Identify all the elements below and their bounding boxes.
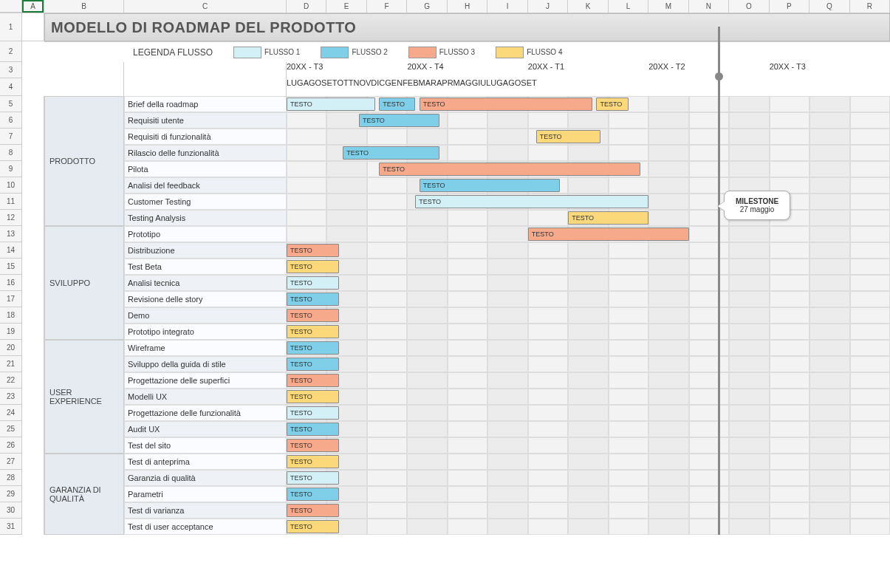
gantt-cell[interactable] — [729, 291, 769, 307]
gantt-cell[interactable] — [850, 242, 890, 259]
gantt-cell[interactable] — [448, 129, 487, 145]
col-R[interactable]: R — [850, 0, 890, 13]
gantt-cell[interactable] — [407, 454, 447, 470]
gantt-cell[interactable] — [407, 486, 447, 502]
gantt-cell[interactable] — [609, 437, 648, 454]
row-header-21[interactable]: 21 — [0, 356, 22, 372]
gantt-cell[interactable] — [448, 389, 487, 405]
gantt-cell[interactable] — [568, 242, 608, 259]
task-label-cell[interactable]: Garanzia di qualità — [124, 470, 287, 486]
gantt-cell[interactable] — [770, 340, 809, 356]
gantt-bar[interactable]: TESTO — [287, 455, 339, 468]
gantt-cell[interactable] — [448, 291, 487, 307]
gantt-bar[interactable]: TESTO — [420, 98, 592, 111]
row-header-28[interactable]: 28 — [0, 470, 22, 486]
gantt-cell[interactable] — [729, 259, 769, 275]
gantt-cell[interactable] — [648, 210, 688, 226]
gantt-cell[interactable] — [729, 161, 769, 177]
gantt-cell[interactable] — [487, 324, 527, 340]
gantt-cell[interactable] — [448, 437, 487, 454]
task-label-cell[interactable]: Test di anteprima — [124, 454, 287, 470]
gantt-cell[interactable] — [487, 486, 527, 502]
gantt-cell[interactable] — [528, 210, 568, 226]
gantt-cell[interactable] — [568, 307, 608, 324]
gantt-cell[interactable] — [770, 259, 809, 275]
gantt-cell[interactable] — [609, 259, 648, 275]
gantt-cell[interactable] — [487, 437, 527, 454]
gantt-cell[interactable] — [367, 259, 407, 275]
gantt-cell[interactable] — [568, 405, 608, 421]
gantt-cell[interactable] — [770, 275, 809, 291]
gantt-bar[interactable]: TESTO — [359, 114, 439, 127]
gantt-cell[interactable] — [850, 470, 890, 486]
gantt-cell[interactable] — [729, 502, 769, 519]
col-I[interactable]: I — [487, 0, 527, 13]
gantt-cell[interactable] — [809, 437, 849, 454]
gantt-cell[interactable] — [850, 519, 890, 535]
gantt-cell[interactable] — [809, 259, 849, 275]
gantt-cell[interactable] — [367, 194, 407, 210]
row-header-23[interactable]: 23 — [0, 389, 22, 405]
gantt-cell[interactable] — [568, 502, 608, 519]
row-header-20[interactable]: 20 — [0, 340, 22, 356]
gantt-cell[interactable] — [729, 437, 769, 454]
gantt-cell[interactable] — [809, 291, 849, 307]
gantt-cell[interactable] — [770, 226, 809, 242]
gantt-cell[interactable] — [568, 145, 608, 161]
gantt-cell[interactable] — [648, 194, 688, 210]
row-header-24[interactable]: 24 — [0, 405, 22, 421]
gantt-cell[interactable] — [528, 519, 568, 535]
gantt-cell[interactable] — [528, 259, 568, 275]
gantt-cell[interactable] — [689, 356, 729, 372]
gantt-bar[interactable]: TESTO — [287, 374, 339, 387]
gantt-cell[interactable] — [648, 454, 688, 470]
gantt-cell[interactable] — [770, 307, 809, 324]
task-label-cell[interactable]: Revisione delle story — [124, 291, 287, 307]
gantt-cell[interactable] — [609, 356, 648, 372]
gantt-cell[interactable] — [448, 226, 487, 242]
gantt-cell[interactable] — [367, 226, 407, 242]
gantt-cell[interactable] — [770, 486, 809, 502]
gantt-cell[interactable] — [568, 486, 608, 502]
gantt-cell[interactable] — [367, 307, 407, 324]
gantt-bar[interactable]: TESTO — [287, 260, 339, 273]
task-label-cell[interactable]: Analisi del feedback — [124, 177, 287, 194]
gantt-cell[interactable] — [809, 454, 849, 470]
gantt-cell[interactable] — [850, 421, 890, 437]
gantt-cell[interactable] — [729, 96, 769, 112]
row-header-27[interactable]: 27 — [0, 454, 22, 470]
gantt-cell[interactable] — [850, 486, 890, 502]
gantt-cell[interactable] — [770, 96, 809, 112]
gantt-cell[interactable] — [648, 519, 688, 535]
col-F[interactable]: F — [367, 0, 407, 13]
task-label-cell[interactable]: Customer Testing — [124, 194, 287, 210]
col-N[interactable]: N — [689, 0, 729, 13]
gantt-cell[interactable] — [568, 340, 608, 356]
gantt-cell[interactable] — [770, 242, 809, 259]
gantt-cell[interactable] — [528, 356, 568, 372]
gantt-cell[interactable] — [689, 177, 729, 194]
gantt-cell[interactable] — [528, 389, 568, 405]
gantt-cell[interactable] — [770, 161, 809, 177]
gantt-cell[interactable] — [407, 291, 447, 307]
gantt-cell[interactable] — [729, 242, 769, 259]
gantt-bar[interactable]: TESTO — [287, 406, 339, 420]
task-label-cell[interactable]: Pilota — [124, 161, 287, 177]
gantt-cell[interactable] — [689, 340, 729, 356]
gantt-cell[interactable] — [809, 210, 849, 226]
col-O[interactable]: O — [729, 0, 769, 13]
gantt-cell[interactable] — [487, 129, 527, 145]
gantt-cell[interactable] — [648, 470, 688, 486]
col-J[interactable]: J — [528, 0, 568, 13]
gantt-cell[interactable] — [528, 242, 568, 259]
gantt-cell[interactable] — [287, 194, 326, 210]
gantt-cell[interactable] — [850, 405, 890, 421]
gantt-cell[interactable] — [609, 421, 648, 437]
gantt-cell[interactable] — [568, 275, 608, 291]
gantt-cell[interactable] — [287, 177, 326, 194]
gantt-cell[interactable] — [729, 112, 769, 129]
gantt-cell[interactable] — [448, 145, 487, 161]
gantt-cell[interactable] — [448, 324, 487, 340]
gantt-cell[interactable] — [326, 129, 366, 145]
gantt-cell[interactable] — [609, 454, 648, 470]
